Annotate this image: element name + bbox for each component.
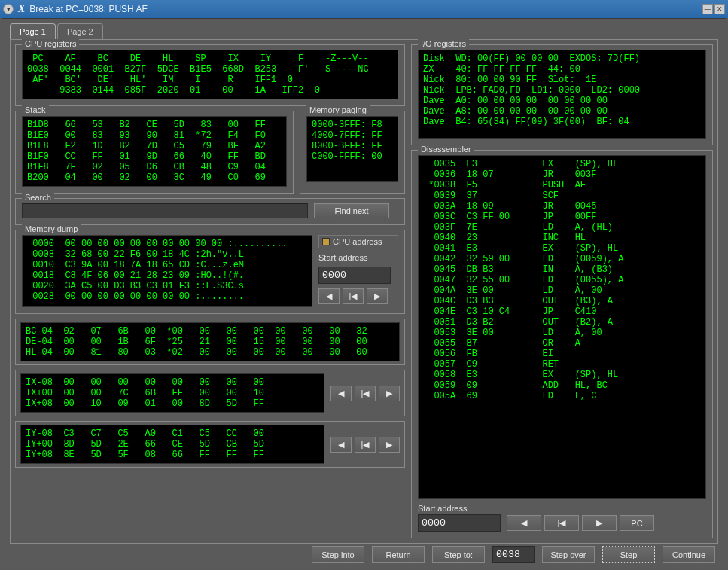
stack-legend: Stack	[22, 105, 49, 114]
find-next-button[interactable]: Find next	[314, 203, 389, 218]
titlebar: ▾ X Break at PC=0038: PUSH AF — ✕	[0, 0, 728, 18]
disasm-pc-button[interactable]: PC	[620, 515, 654, 531]
memory-dump-legend: Memory dump	[22, 224, 81, 233]
ix-first-button[interactable]: |◀	[355, 386, 376, 401]
memdump-prev-button[interactable]: ◀	[318, 288, 340, 304]
close-button[interactable]: ✕	[714, 4, 725, 14]
stack-text: B1D8 66 53 B2 CE 5D 83 00 FF B1E0 00 83 …	[22, 116, 287, 187]
memory-dump-group: Memory dump 0000 00 00 00 00 00 00 00 00…	[15, 230, 405, 314]
ix-prev-button[interactable]: ◀	[330, 386, 352, 401]
iy-next-button[interactable]: ▶	[379, 437, 400, 453]
io-registers-legend: I/O registers	[418, 39, 469, 48]
cpu-registers-group: CPU registers PC AF BC DE HL SP IX IY F …	[15, 44, 405, 106]
disassembler-text: 0035 E3 EX (SP), HL 0036 18 07 JR 003F *…	[418, 155, 706, 499]
tab-page-1[interactable]: Page 1	[10, 23, 56, 39]
window-title: Break at PC=0038: PUSH AF	[29, 4, 147, 14]
step-over-button[interactable]: Step over	[542, 546, 595, 563]
tabbar: Page 1 Page 2	[10, 23, 726, 39]
app-window: Page 1 Page 2 CPU registers PC AF BC DE …	[2, 18, 726, 568]
step-into-button[interactable]: Step into	[312, 546, 364, 563]
window-menu-icon[interactable]: ▾	[3, 4, 14, 14]
memory-paging-group: Memory paging 0000-3FFF: F8 4000-7FFF: F…	[300, 111, 405, 194]
stack-group: Stack B1D8 66 53 B2 CE 5D 83 00 FF B1E0 …	[15, 111, 294, 194]
step-button[interactable]: Step	[602, 546, 655, 563]
iy-first-button[interactable]: |◀	[355, 437, 376, 453]
page-content: CPU registers PC AF BC DE HL SP IX IY F …	[10, 39, 718, 544]
cpu-registers-legend: CPU registers	[22, 39, 79, 48]
disassembler-group: Disassembler 0035 E3 EX (SP), HL 0036 18…	[411, 150, 713, 538]
step-to-button[interactable]: Step to:	[432, 546, 485, 563]
return-button[interactable]: Return	[372, 546, 425, 563]
memory-paging-legend: Memory paging	[306, 105, 370, 114]
disasm-first-button[interactable]: |◀	[544, 515, 579, 531]
memdump-start-addr-label: Start address	[318, 253, 398, 262]
disasm-prev-button[interactable]: ◀	[507, 515, 541, 531]
regmem2-text: IX-08 00 00 00 00 00 00 00 00 IX+00 00 0…	[20, 373, 324, 413]
cpu-address-toggle[interactable]: CPU address	[318, 235, 398, 248]
iy-prev-button[interactable]: ◀	[330, 437, 352, 453]
disassembler-legend: Disassembler	[418, 145, 474, 154]
minimize-button[interactable]: —	[702, 4, 713, 14]
io-registers-group: I/O registers Disk WD: 00(FF) 00 00 00 E…	[411, 44, 713, 145]
memdump-start-addr-input[interactable]	[318, 267, 391, 284]
continue-button[interactable]: Continue	[663, 546, 715, 563]
regmem-ix-group: IX-08 00 00 00 00 00 00 00 00 IX+00 00 0…	[15, 370, 405, 416]
ix-next-button[interactable]: ▶	[379, 386, 400, 401]
memdump-first-button[interactable]: |◀	[343, 288, 364, 304]
x-icon: X	[18, 3, 25, 15]
regmem-iy-group: IY-08 C3 C7 C5 A0 C1 C5 CC 00 IY+00 8D 5…	[15, 421, 405, 468]
memdump-next-button[interactable]: ▶	[367, 288, 388, 304]
cpu-address-label: CPU address	[333, 237, 382, 246]
disasm-start-addr-input[interactable]	[418, 514, 501, 532]
step-to-input[interactable]	[492, 546, 535, 563]
search-group: Search Find next	[15, 198, 405, 225]
memory-dump-text: 0000 00 00 00 00 00 00 00 00 00 00 :....…	[22, 235, 312, 307]
search-legend: Search	[22, 193, 54, 202]
tab-page-2[interactable]: Page 2	[57, 23, 103, 39]
memory-paging-text: 0000-3FFF: F8 4000-7FFF: FF 8000-BFFF: F…	[306, 116, 398, 182]
indicator-icon	[322, 238, 330, 245]
search-input[interactable]	[22, 203, 308, 218]
disasm-start-addr-label: Start address	[418, 504, 501, 513]
bottom-toolbar: Step into Return Step to: Step over Step…	[2, 546, 726, 563]
regmem3-text: IY-08 C3 C7 C5 A0 C1 C5 CC 00 IY+00 8D 5…	[20, 425, 324, 464]
io-registers-text: Disk WD: 00(FF) 00 00 00 EXDOS: 7D(FF) Z…	[418, 50, 706, 139]
cpu-registers-text: PC AF BC DE HL SP IX IY F -Z---V-- 0038 …	[22, 50, 398, 99]
regmem1-text: BC-04 02 07 6B 00 *00 00 00 00 00 00 00 …	[20, 322, 400, 361]
regmem-bc-de-hl-group: BC-04 02 07 6B 00 *00 00 00 00 00 00 00 …	[15, 319, 405, 365]
disasm-next-button[interactable]: ▶	[582, 515, 617, 531]
